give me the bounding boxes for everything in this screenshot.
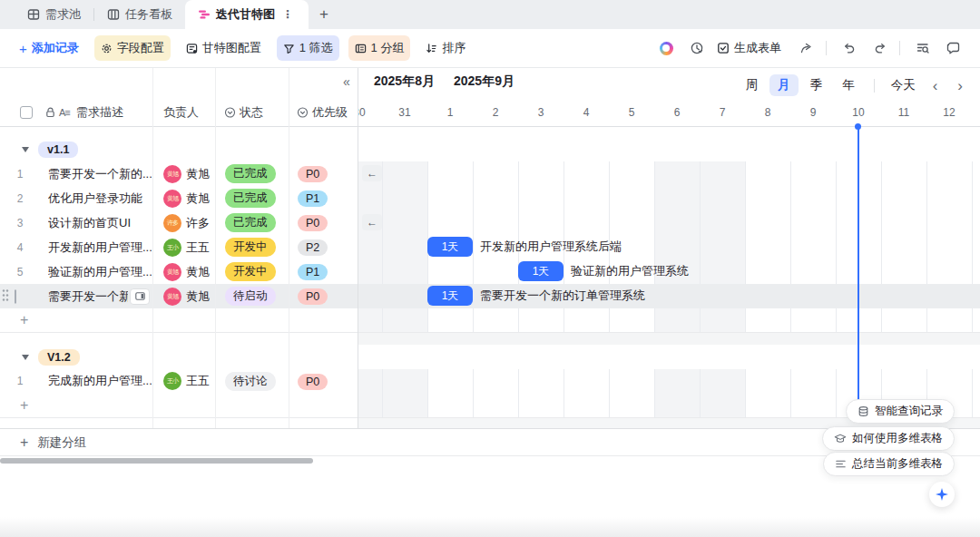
status-cell[interactable]: 开发中 [215, 262, 289, 281]
priority-cell[interactable]: P0 [289, 165, 358, 182]
scroll-to-bar-left-button[interactable]: ← [362, 165, 382, 181]
requirement-desc-cell[interactable]: 开发新的用户管理... [40, 239, 152, 256]
drag-handle-icon[interactable] [2, 288, 9, 304]
undo-button[interactable] [836, 35, 863, 61]
requirement-desc-cell[interactable]: 完成新的用户管理... [40, 373, 152, 389]
view-mode-quarter[interactable]: 季 [802, 74, 831, 96]
ai-gradient-icon [660, 42, 673, 55]
chevron-left-icon[interactable]: ‹ [925, 78, 946, 93]
field-config-button[interactable]: 字段配置 [94, 35, 171, 61]
gantt-bar-duration: 1天 [442, 239, 459, 255]
column-header-owner[interactable]: 负责人 [163, 104, 199, 121]
owner-cell[interactable]: 许多许多 [152, 214, 215, 232]
generate-form-button[interactable]: 生成表单 [710, 35, 788, 61]
table-row[interactable]: 1完成新的用户管理...王小王五待讨论P0 [0, 369, 358, 393]
expand-record-button[interactable] [130, 288, 150, 305]
priority-cell[interactable]: P0 [289, 373, 358, 390]
table-row[interactable]: 2优化用户登录功能黄旭黄旭已完成P1 [0, 186, 358, 210]
assistant-chip-query-records[interactable]: 智能查询记录 [846, 399, 955, 424]
comment-button[interactable] [940, 35, 967, 61]
table-row[interactable]: 5验证新的用户管理...黄旭黄旭开发中P1 [0, 259, 358, 284]
gantt-config-button[interactable]: 甘特图配置 [180, 35, 268, 61]
owner-cell[interactable]: 黄旭黄旭 [152, 288, 215, 306]
redo-button[interactable] [867, 35, 894, 61]
priority-cell[interactable]: P0 [289, 214, 358, 231]
status-cell[interactable]: 已完成 [215, 189, 289, 208]
tab-menu-icon[interactable]: ⋮ [280, 8, 296, 21]
column-header-status[interactable]: 状态 [240, 104, 263, 121]
row-number-cell: 1 [0, 375, 40, 387]
gantt-bar[interactable]: 1天 [427, 286, 473, 306]
owner-cell[interactable]: 黄旭黄旭 [152, 190, 215, 208]
filter-button[interactable]: 1 筛选 [277, 35, 339, 61]
gantt-bar[interactable]: 1天 [518, 261, 564, 281]
record-history-button[interactable] [683, 35, 710, 61]
assistant-chip-how-to-use[interactable]: 如何使用多维表格 [822, 426, 955, 451]
group-header-row[interactable]: V1.2 [0, 345, 358, 369]
requirement-desc-cell[interactable]: 优化用户登录功能 [40, 190, 152, 207]
collapse-triangle-icon[interactable] [22, 147, 29, 152]
priority-cell[interactable]: P0 [289, 288, 358, 305]
requirement-desc-cell[interactable]: 设计新的首页UI [40, 215, 152, 231]
status-badge: 开发中 [225, 238, 276, 257]
owner-cell[interactable]: 黄旭黄旭 [152, 263, 215, 281]
view-mode-month[interactable]: 月 [769, 74, 799, 96]
add-record-row[interactable]: + [0, 308, 358, 332]
chevron-right-icon[interactable]: › [949, 78, 971, 93]
today-marker-dot [855, 123, 861, 130]
tab-task-board[interactable]: 任务看板 [94, 0, 185, 29]
requirement-desc-cell[interactable]: 需要开发一个新的订单管理系统 [40, 288, 152, 305]
status-cell[interactable]: 已完成 [215, 213, 289, 232]
add-view-button[interactable]: + [309, 5, 339, 29]
table-row[interactable]: 1需要开发一个新的...黄旭黄旭已完成P0 [0, 161, 358, 186]
owner-cell[interactable]: 黄旭黄旭 [152, 165, 215, 183]
tab-iteration-gantt[interactable]: 迭代甘特图 ⋮ [185, 0, 309, 29]
column-header-priority[interactable]: 优先级 [312, 104, 348, 121]
assistant-chip-summarize[interactable]: 总结当前多维表格 [823, 452, 955, 476]
status-cell[interactable]: 待讨论 [215, 372, 289, 391]
owner-cell[interactable]: 王小王五 [152, 239, 215, 257]
view-mode-week[interactable]: 周 [738, 74, 767, 96]
priority-cell[interactable]: P2 [289, 239, 358, 256]
status-badge: 已完成 [225, 189, 276, 208]
owner-cell[interactable]: 王小王五 [152, 372, 215, 390]
gantt-bar[interactable]: 1天 [427, 237, 473, 257]
requirement-desc-cell[interactable]: 验证新的用户管理... [40, 264, 152, 280]
collapse-triangle-icon[interactable] [22, 355, 29, 360]
view-mode-year[interactable]: 年 [834, 74, 863, 96]
text-field-icon: A≡ [59, 107, 70, 118]
day-label: 9 [810, 106, 817, 119]
sparkle-icon [935, 487, 949, 502]
add-record-row[interactable]: + [0, 393, 358, 417]
status-cell[interactable]: 已完成 [215, 164, 289, 183]
collapse-table-icon[interactable]: « [338, 73, 356, 91]
table-row[interactable]: 4开发新的用户管理...王小王五开发中P2 [0, 235, 358, 259]
status-cell[interactable]: 待启动 [215, 287, 289, 306]
select-all-checkbox[interactable] [20, 106, 33, 119]
priority-cell[interactable]: P1 [289, 190, 358, 207]
requirement-desc-cell[interactable]: 需要开发一个新的... [40, 166, 152, 182]
day-label: 10 [852, 106, 864, 119]
month-label: 2025年8月 [374, 73, 435, 90]
add-record-button[interactable]: + 添加记录 [13, 35, 85, 61]
group-header-row[interactable]: v1.1 [0, 138, 358, 161]
owner-name: 黄旭 [186, 190, 210, 207]
search-records-button[interactable] [909, 35, 936, 61]
priority-cell[interactable]: P1 [289, 263, 358, 280]
scroll-to-bar-left-button[interactable]: ← [362, 214, 382, 230]
owner-avatar: 黄旭 [163, 288, 181, 306]
table-row[interactable]: 3设计新的首页UI许多许多已完成P0 [0, 210, 358, 235]
tab-requirement-pool[interactable]: 需求池 [15, 0, 93, 29]
row-checkbox[interactable] [15, 290, 16, 303]
status-cell[interactable]: 开发中 [215, 238, 289, 257]
group-button[interactable]: 1 分组 [348, 35, 411, 61]
ai-assistant-fab[interactable] [929, 482, 955, 507]
horizontal-scrollbar[interactable] [0, 458, 313, 464]
sort-button[interactable]: 排序 [419, 35, 472, 61]
table-row[interactable]: 需要开发一个新的订单管理系统黄旭黄旭待启动P0 [0, 284, 358, 308]
divider [874, 79, 875, 93]
share-button[interactable] [793, 35, 820, 61]
ai-magic-button[interactable] [652, 35, 680, 61]
column-header-desc[interactable]: 需求描述 [76, 104, 123, 121]
today-button[interactable]: 今天 [886, 74, 921, 96]
